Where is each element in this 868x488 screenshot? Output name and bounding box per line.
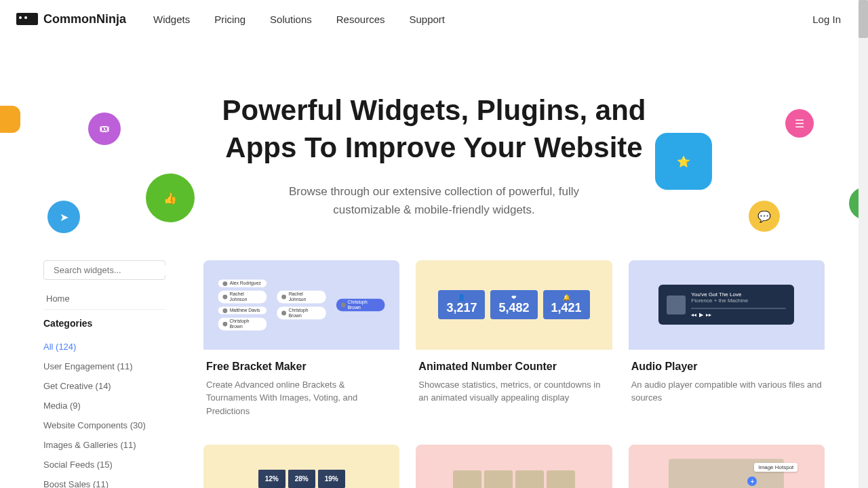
cards-icon: ⭐	[655, 133, 712, 190]
nav-solutions[interactable]: Solutions	[270, 14, 312, 25]
hero: 🎟 👍 ➤ ⭐ ☰ 💬 💬 Powerful Widgets, Plugins,…	[0, 38, 868, 260]
main-nav: Widgets Pricing Solutions Resources Supp…	[153, 14, 812, 25]
cat-boost-sales[interactable]: Boost Sales (11)	[43, 474, 165, 488]
cat-user-engagement[interactable]: User Engagement (11)	[43, 357, 165, 376]
card-chart-widget[interactable]: 12% 28% 19% 7% 10% 24%	[203, 445, 399, 488]
cat-social-feeds[interactable]: Social Feeds (15)	[43, 455, 165, 474]
card-thumb: 👤3,217 ❤5,482 🔔1,421	[416, 260, 612, 350]
card-gallery-widget[interactable]	[416, 445, 612, 488]
scrollbar[interactable]	[859, 0, 868, 488]
card-thumb: Alex Rodriguez Rachel Johnson Matthew Da…	[203, 260, 399, 350]
list-icon: ☰	[785, 109, 814, 138]
search-input[interactable]	[54, 265, 167, 275]
card-title: Free Bracket Maker	[206, 361, 397, 373]
thumbs-icon: 👍	[146, 174, 195, 222]
card-desc: An audio player compatible with various …	[631, 378, 822, 405]
card-bracket-maker[interactable]: Alex Rodriguez Rachel Johnson Matthew Da…	[203, 260, 399, 429]
card-thumb: 12% 28% 19% 7% 10% 24%	[203, 445, 399, 488]
sidebar: Home Categories All (124) User Engagemen…	[43, 260, 165, 488]
content: Home Categories All (124) User Engagemen…	[0, 260, 868, 488]
card-thumb	[416, 445, 612, 488]
logo-icon	[16, 13, 38, 25]
card-thumb: Image Hotspot + +	[629, 445, 825, 488]
card-desc: Showcase statistics, metrics, or countdo…	[418, 378, 609, 405]
cat-all[interactable]: All (124)	[43, 337, 165, 357]
categories-list: All (124) User Engagement (11) Get Creat…	[43, 337, 165, 488]
nav-support[interactable]: Support	[409, 14, 445, 25]
card-hotspot-widget[interactable]: Image Hotspot + +	[629, 445, 825, 488]
sidebar-home[interactable]: Home	[43, 288, 165, 310]
decor-icon	[0, 106, 20, 133]
brand-name: CommonNinja	[43, 12, 126, 26]
nav-widgets[interactable]: Widgets	[153, 14, 190, 25]
search-box[interactable]	[43, 260, 165, 280]
header: CommonNinja Widgets Pricing Solutions Re…	[0, 0, 868, 38]
login-link[interactable]: Log In	[812, 14, 841, 25]
scroll-thumb[interactable]	[859, 0, 868, 38]
widgets-grid: Alex Rodriguez Rachel Johnson Matthew Da…	[203, 260, 825, 488]
card-thumb: You've Got The Love Florence + the Machi…	[629, 260, 825, 350]
hero-title: Powerful Widgets, Plugins, and Apps To I…	[197, 92, 671, 166]
cat-images-galleries[interactable]: Images & Galleries (11)	[43, 435, 165, 455]
card-number-counter[interactable]: 👤3,217 ❤5,482 🔔1,421 Animated Number Cou…	[416, 260, 612, 429]
message-icon: 💬	[749, 201, 780, 232]
hero-subtitle: Browse through our extensive collection …	[258, 182, 610, 219]
logo[interactable]: CommonNinja	[16, 12, 126, 26]
card-desc: Create Advanced online Brackets & Tourna…	[206, 378, 397, 418]
send-icon: ➤	[47, 201, 80, 233]
card-title: Audio Player	[631, 361, 822, 373]
cat-get-creative[interactable]: Get Creative (14)	[43, 376, 165, 396]
card-audio-player[interactable]: You've Got The Love Florence + the Machi…	[629, 260, 825, 429]
cat-website-components[interactable]: Website Components (30)	[43, 415, 165, 435]
cat-media[interactable]: Media (9)	[43, 396, 165, 415]
nav-pricing[interactable]: Pricing	[214, 14, 245, 25]
ticket-icon: 🎟	[88, 113, 121, 145]
card-title: Animated Number Counter	[418, 361, 609, 373]
nav-resources[interactable]: Resources	[336, 14, 385, 25]
categories-heading: Categories	[43, 318, 165, 329]
